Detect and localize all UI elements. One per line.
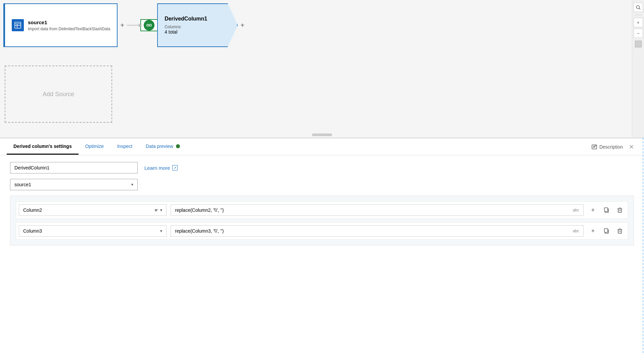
transform-svg-icon: [146, 22, 152, 28]
zoom-out-button[interactable]: −: [634, 29, 643, 38]
svg-rect-14: [604, 208, 608, 211]
source-dropdown-chevron: ▾: [131, 182, 133, 187]
tabs-bar: Derived column's settings Optimize Inspe…: [0, 139, 644, 155]
tab-settings[interactable]: Derived column's settings: [7, 139, 79, 155]
delete-icon: [617, 228, 623, 234]
bottom-panel: Derived column's settings Optimize Inspe…: [0, 138, 644, 353]
column3-delete-button[interactable]: [614, 226, 625, 236]
derived-node-columns-label: Columns:: [165, 25, 227, 29]
add-source-box[interactable]: Add Source: [5, 66, 112, 123]
external-link-icon: ↗: [172, 165, 178, 170]
transform-icon-box: [140, 19, 157, 31]
column3-add-button[interactable]: +: [588, 226, 598, 236]
column3-copy-button[interactable]: [601, 226, 612, 236]
svg-line-9: [639, 8, 640, 10]
add-after-derived-button[interactable]: +: [238, 22, 247, 29]
pipeline: source1 Import data from DelimitedTextBa…: [3, 3, 247, 47]
source-dropdown[interactable]: source1 ▾: [10, 179, 138, 190]
canvas-area: source1 Import data from DelimitedTextBa…: [0, 0, 644, 138]
connector-line: ▶: [127, 25, 140, 26]
description-icon: [591, 144, 597, 150]
source-node-content: source1 Import data from DelimitedTextBa…: [28, 19, 110, 31]
svg-rect-15: [618, 209, 622, 212]
column2-copy-button[interactable]: [601, 205, 612, 215]
table-row: Column3 ▾ replace(Column3, '\\', '') abc…: [16, 222, 628, 240]
add-source-label: Add Source: [43, 91, 74, 98]
column2-expr[interactable]: replace(Column2, '\\', '') abc: [171, 204, 584, 216]
canvas-right-controls: + −: [632, 0, 644, 138]
tab-data-preview[interactable]: Data preview: [139, 139, 187, 155]
tab-optimize[interactable]: Optimize: [79, 139, 110, 155]
column2-add-button[interactable]: +: [588, 205, 598, 215]
derived-node[interactable]: DerivedColumn1 Columns: 4 total: [157, 3, 238, 47]
column3-chevron: ▾: [160, 229, 162, 233]
connector-arrow: ▶: [139, 22, 142, 28]
source-node-title: source1: [28, 19, 110, 25]
column2-select[interactable]: Column2 ☛ ▾: [19, 204, 167, 216]
derived-node-title: DerivedColumn1: [165, 16, 227, 22]
connector: ▶: [127, 25, 140, 26]
svg-rect-22: [618, 230, 622, 233]
source-node-desc: Import data from DelimitedTextBackSlashD…: [28, 27, 110, 31]
add-after-source-button[interactable]: +: [118, 22, 127, 29]
column3-actions: +: [588, 226, 625, 236]
source-row: source1 ▾: [10, 179, 634, 190]
column3-expr[interactable]: replace(Column3, '\\', '') abc: [171, 225, 584, 237]
description-button[interactable]: Description: [589, 143, 626, 151]
name-row: Learn more ↗: [10, 162, 634, 173]
zoom-in-button[interactable]: +: [634, 18, 643, 27]
panel-content: Learn more ↗ source1 ▾ Column2 ☛ ▾: [0, 155, 644, 353]
delete-icon: [617, 207, 623, 213]
source-node-icon: [12, 19, 24, 31]
svg-point-6: [147, 25, 148, 26]
tab-inspect[interactable]: Inspect: [110, 139, 139, 155]
derived-node-count: 4 total: [165, 29, 227, 35]
svg-rect-21: [604, 229, 608, 232]
table-icon: [14, 22, 21, 29]
resize-handle[interactable]: [312, 133, 332, 136]
search-button[interactable]: [634, 3, 643, 12]
name-input[interactable]: [10, 162, 138, 173]
column-rows-area: Column2 ☛ ▾ replace(Column2, '\\', '') a…: [10, 196, 634, 245]
column2-chevron: ▾: [160, 208, 162, 212]
column2-actions: +: [588, 205, 625, 215]
cursor-indicator: ☛: [154, 207, 159, 213]
panel-right-border: [643, 138, 644, 353]
column2-delete-button[interactable]: [614, 205, 625, 215]
copy-icon: [603, 207, 609, 213]
svg-point-7: [150, 25, 151, 26]
svg-point-8: [636, 6, 639, 9]
copy-icon: [603, 228, 609, 234]
source-node[interactable]: source1 Import data from DelimitedTextBa…: [3, 3, 118, 47]
collapse-panel-button[interactable]: [635, 41, 642, 47]
data-preview-status-dot: [176, 144, 180, 148]
column2-select-right: ☛ ▾: [154, 207, 162, 213]
table-row: Column2 ☛ ▾ replace(Column2, '\\', '') a…: [16, 201, 628, 219]
zoom-separator: [635, 15, 642, 15]
transform-icon: [144, 20, 154, 31]
panel-close-button[interactable]: ✕: [626, 143, 637, 151]
learn-more-link[interactable]: Learn more ↗: [144, 165, 178, 171]
search-icon: [636, 5, 641, 10]
column3-select[interactable]: Column3 ▾: [19, 225, 167, 237]
svg-rect-0: [15, 22, 21, 28]
